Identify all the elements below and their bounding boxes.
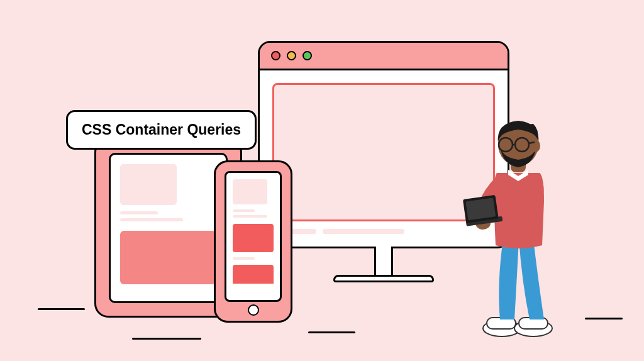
svg-rect-9	[465, 197, 496, 220]
phone-screen	[225, 171, 282, 302]
maximize-icon	[303, 51, 312, 60]
tablet-screen	[109, 153, 228, 303]
monitor-stand-neck	[374, 247, 393, 275]
placeholder-line	[233, 209, 255, 212]
ground-line	[38, 308, 85, 310]
home-button-icon	[248, 304, 259, 316]
ground-line	[308, 331, 355, 333]
content-block	[233, 265, 274, 284]
character-illustration	[459, 113, 572, 340]
text-placeholder-lines	[120, 211, 216, 221]
placeholder-line	[120, 218, 183, 221]
placeholder-line	[233, 257, 255, 260]
ground-line	[132, 338, 201, 340]
content-block	[120, 164, 177, 205]
placeholder-line	[323, 229, 404, 234]
svg-point-12	[531, 140, 540, 152]
minimize-icon	[287, 51, 296, 60]
content-block	[233, 179, 267, 204]
ground-line	[585, 318, 623, 319]
title-label: CSS Container Queries	[66, 110, 257, 150]
content-block-large	[120, 231, 216, 284]
placeholder-line	[233, 215, 267, 218]
monitor-stand-base	[333, 275, 434, 282]
text-placeholder-lines	[233, 209, 274, 218]
placeholder-line	[120, 211, 158, 214]
phone-device	[214, 160, 292, 323]
close-icon	[271, 51, 280, 60]
window-titlebar	[260, 43, 508, 70]
content-block	[233, 224, 274, 252]
title-text: CSS Container Queries	[82, 121, 241, 138]
